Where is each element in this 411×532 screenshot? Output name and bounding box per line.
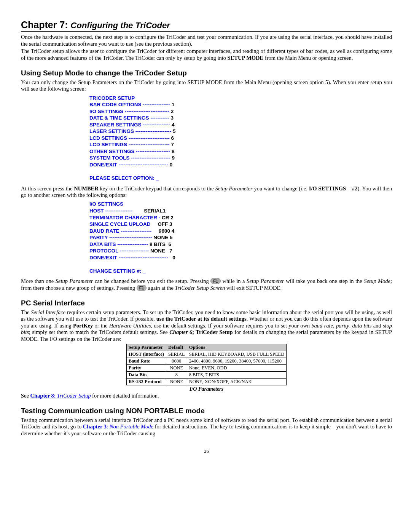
menu-line: PARITY ------------------------- NONE 5 (89, 234, 392, 241)
menu-line: SPEAKER SETTINGS ---------------- 4 (89, 121, 392, 128)
menu-line: HOST ---------------- SERIAL1 (89, 208, 392, 214)
table-header-row: Setup Parameter Default Options (126, 344, 287, 351)
menu-line: LASER SETTINGS --------------------- 5 (89, 128, 392, 135)
testing-paragraph: Testing communication between a serial i… (21, 417, 392, 437)
using-paragraph-2: At this screen press the NUMBER key on t… (21, 185, 392, 199)
using-paragraph-1: You can only change the Setup Parameters… (21, 79, 392, 93)
intro-paragraph-1: Once the hardware is connected, the next… (21, 34, 392, 47)
chapter-prefix: Chapter 7: (21, 19, 68, 30)
chapter-3-link[interactable]: Chapter 3: Non Portable Mode (83, 423, 153, 430)
menu-line: I/O SETTINGS -------------------------- … (89, 108, 392, 115)
menu-line: SYSTEM TOOLS ----------------------- 9 (89, 155, 392, 161)
menu-line: DATE & TIME SETTINGS ----------- 3 (89, 115, 392, 121)
menu-line: DATA BITS ------------------ 8 BITS 6 (89, 241, 392, 248)
heading-using-setup-mode: Using Setup Mode to change the TriCoder … (21, 69, 392, 78)
text: from the Main Menu or opening screen. (263, 55, 353, 61)
menu-title: I/O SETTINGS (89, 201, 392, 208)
tricoder-setup-menu: TRICODER SETUP BAR CODE OPTIONS --------… (89, 95, 392, 182)
table-row: ParityNONENone, EVEN, ODD (126, 364, 287, 371)
menu-line: PROTOCOL ----------------- NONE 7 (89, 248, 392, 254)
f1-key-icon: F1 (137, 285, 147, 291)
menu-title: TRICODER SETUP (89, 95, 392, 102)
using-paragraph-3: More than one Setup Parameter can be cha… (21, 278, 392, 291)
pc-serial-paragraph: The Serial Interface requires certain se… (21, 309, 392, 342)
col-default: Default (166, 344, 187, 351)
menu-line: LCD SETTINGS ------------------------ 7 (89, 141, 392, 148)
io-settings-menu: I/O SETTINGS HOST ---------------- SERIA… (89, 201, 392, 274)
see-chapter-8-line: See Chapter 8: TriCoder Setup for more d… (21, 393, 392, 399)
table-row: HOST (interface)SERIALSERIAL, HID KEYBOA… (126, 351, 287, 358)
menu-line: BAR CODE OPTIONS ---------------- 1 (89, 101, 392, 108)
menu-prompt: PLEASE SELECT OPTION: _ (89, 175, 392, 182)
col-options: Options (187, 344, 287, 351)
menu-line: BAUD RATE ------------------ 9600 4 (89, 228, 392, 235)
table-row: RS-232 ProtocolNONENONE, XON/XOFF, ACK/N… (126, 378, 287, 385)
menu-line: SINGLE CYCLE UPLOAD OFF 3 (89, 221, 392, 228)
col-setup-parameter: Setup Parameter (126, 344, 166, 351)
f1-key-icon: F1 (210, 278, 221, 284)
intro-paragraph-2: The TriCoder setup allows the user to co… (21, 48, 392, 61)
menu-line: LCD SETTINGS ------------------------ 6 (89, 135, 392, 142)
heading-testing-communication: Testing Communication using NON PORTABLE… (21, 407, 392, 415)
menu-prompt: CHANGE SETTING #: _ (89, 268, 392, 275)
menu-line: TERMINATOR CHARACTER - CR 2 (89, 214, 392, 221)
chapter-title: Configuring the TriCoder (71, 21, 170, 30)
menu-line: OTHER SETTINGS -------------------- 8 (89, 148, 392, 155)
table-row: Baud Rate96002400, 4800, 9600, 19200, 38… (126, 358, 287, 364)
io-parameters-table: Setup Parameter Default Options HOST (in… (126, 344, 287, 385)
heading-pc-serial-interface: PC Serial Interface (21, 299, 392, 308)
menu-line: DONE/EXIT ----------------------------- … (89, 254, 392, 261)
table-caption: I/O Parameters (21, 386, 392, 393)
menu-line: DONE/EXIT ----------------------------- … (89, 161, 392, 168)
text-bold: SETUP MODE (228, 55, 264, 61)
table-row: Data Bits88 BITS, 7 BITS (126, 371, 287, 378)
chapter-8-link[interactable]: Chapter 8: TriCoder Setup (30, 393, 91, 399)
chapter-heading: Chapter 7: Configuring the TriCoder (21, 19, 392, 32)
page-number: 26 (21, 448, 392, 454)
